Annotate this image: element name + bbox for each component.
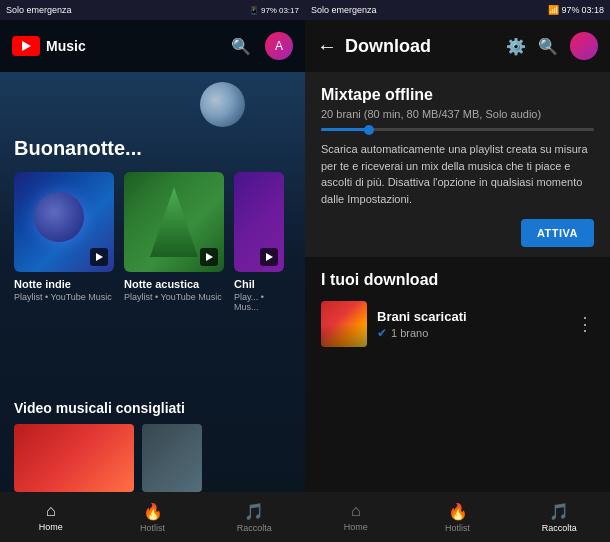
- avatar-left[interactable]: A: [265, 32, 293, 60]
- attiva-button[interactable]: ATTIVA: [521, 219, 594, 247]
- playlist-thumb-acustica: [124, 172, 224, 272]
- right-header-icons: ⚙️ 🔍: [506, 32, 598, 60]
- download-name: Brani scaricati: [377, 309, 566, 324]
- youtube-logo-icon: [12, 36, 40, 56]
- bottom-nav-right: ⌂ Home 🔥 Hotlist 🎵 Raccolta: [305, 492, 610, 542]
- yt-header-icons: 🔍 A: [231, 32, 293, 60]
- play-tri-indie: [96, 253, 103, 261]
- playlist-thumb-indie: [14, 172, 114, 272]
- play-tri-chill: [266, 253, 273, 261]
- nav-raccolta-left[interactable]: 🎵 Raccolta: [203, 492, 305, 542]
- playlist-sub-0: Playlist • YouTube Music: [14, 292, 114, 302]
- battery-left: 97%: [261, 6, 277, 15]
- search-icon-right[interactable]: 🔍: [538, 37, 558, 56]
- play-overlay-acustica: [200, 248, 218, 266]
- hotlist-label-right: Hotlist: [445, 523, 470, 533]
- download-info: Brani scaricati ✔ 1 brano: [377, 309, 566, 340]
- right-panel: Solo emergenza 📶 97% 03:18 ← Download ⚙️…: [305, 0, 610, 542]
- download-item[interactable]: Brani scaricati ✔ 1 brano ⋮: [321, 301, 594, 347]
- download-count: ✔ 1 brano: [377, 326, 566, 340]
- play-triangle: [22, 41, 31, 51]
- emergency-text-right: Solo emergenza: [311, 5, 377, 15]
- mixtape-title: Mixtape offline: [321, 86, 594, 104]
- play-tri-acustica: [206, 253, 213, 261]
- video-thumbs: [0, 424, 305, 492]
- downloads-section: I tuoi download Brani scaricati ✔ 1 bran…: [305, 257, 610, 347]
- playlist-name-2: Chil: [234, 278, 284, 290]
- progress-dot: [364, 125, 374, 135]
- playlist-name-1: Notte acustica: [124, 278, 224, 290]
- moon-decoration: [200, 82, 245, 127]
- mixtape-description: Scarica automaticamente una playlist cre…: [321, 141, 594, 207]
- emergency-text-left: Solo emergenza: [6, 5, 72, 15]
- video-section: Video musicali consigliati: [0, 400, 305, 492]
- nav-raccolta-right[interactable]: 🎵 Raccolta: [508, 492, 610, 542]
- status-bar-left: Solo emergenza 📱 97% 03:17: [0, 0, 305, 20]
- playlist-sub-1: Playlist • YouTube Music: [124, 292, 224, 302]
- downloads-title: I tuoi download: [321, 271, 594, 289]
- bottom-nav-left: ⌂ Home 🔥 Hotlist 🎵 Raccolta: [0, 492, 305, 542]
- playlist-card-chill[interactable]: Chil Play... • Mus...: [234, 172, 284, 312]
- download-thumb: [321, 301, 367, 347]
- home-icon-left: ⌂: [46, 502, 56, 520]
- check-icon: ✔: [377, 326, 387, 340]
- video-thumb-1[interactable]: [14, 424, 134, 492]
- progress-bar-fill: [321, 128, 370, 131]
- whatsapp-icon: 📱: [249, 6, 259, 15]
- app-name: Music: [46, 38, 86, 54]
- time-right: 03:18: [581, 5, 604, 15]
- playlist-card-indie[interactable]: Notte indie Playlist • YouTube Music: [14, 172, 114, 312]
- greeting-title: Buonanotte...: [14, 137, 142, 160]
- battery-right: 97%: [561, 5, 579, 15]
- nav-home-left[interactable]: ⌂ Home: [0, 492, 102, 542]
- time-left: 03:17: [279, 6, 299, 15]
- avatar-right[interactable]: [570, 32, 598, 60]
- status-bar-right: Solo emergenza 📶 97% 03:18: [305, 0, 610, 20]
- more-button[interactable]: ⋮: [576, 313, 594, 335]
- home-label-right: Home: [344, 522, 368, 532]
- mixtape-section: Mixtape offline 20 brani (80 min, 80 MB/…: [305, 72, 610, 257]
- home-label-left: Home: [39, 522, 63, 532]
- nav-hotlist-right[interactable]: 🔥 Hotlist: [407, 492, 509, 542]
- playlist-card-acustica[interactable]: Notte acustica Playlist • YouTube Music: [124, 172, 224, 312]
- yt-logo: Music: [12, 36, 86, 56]
- video-section-title: Video musicali consigliati: [0, 400, 305, 416]
- back-button[interactable]: ←: [317, 35, 337, 58]
- home-icon-right: ⌂: [351, 502, 361, 520]
- settings-icon[interactable]: ⚙️: [506, 37, 526, 56]
- hotlist-label-left: Hotlist: [140, 523, 165, 533]
- nav-hotlist-left[interactable]: 🔥 Hotlist: [102, 492, 204, 542]
- page-title: Download: [345, 36, 498, 57]
- mixtape-subtitle: 20 brani (80 min, 80 MB/437 MB, Solo aud…: [321, 108, 594, 120]
- raccolta-icon-left: 🎵: [244, 502, 264, 521]
- playlist-sub-2: Play... • Mus...: [234, 292, 284, 312]
- play-overlay-chill: [260, 248, 278, 266]
- playlist-section: Notte indie Playlist • YouTube Music Not…: [0, 172, 305, 312]
- hotlist-icon-left: 🔥: [143, 502, 163, 521]
- download-count-text: 1 brano: [391, 327, 428, 339]
- nav-home-right[interactable]: ⌂ Home: [305, 492, 407, 542]
- status-icons-left: 📱 97% 03:17: [249, 6, 299, 15]
- play-overlay-indie: [90, 248, 108, 266]
- raccolta-label-left: Raccolta: [237, 523, 272, 533]
- left-panel: Solo emergenza 📱 97% 03:17 Music 🔍 A Buo…: [0, 0, 305, 542]
- search-icon-left[interactable]: 🔍: [231, 37, 251, 56]
- status-icons-right: 📶 97% 03:18: [548, 5, 604, 15]
- hero-section: Buonanotte... Notte indie Playlist • You…: [0, 72, 305, 542]
- playlist-name-0: Notte indie: [14, 278, 114, 290]
- right-header: ← Download ⚙️ 🔍: [305, 20, 610, 72]
- hotlist-icon-right: 🔥: [448, 502, 468, 521]
- video-thumb-2[interactable]: [142, 424, 202, 492]
- raccolta-label-right: Raccolta: [542, 523, 577, 533]
- signal-icon: 📶: [548, 5, 559, 15]
- raccolta-icon-right: 🎵: [549, 502, 569, 521]
- yt-header: Music 🔍 A: [0, 20, 305, 72]
- playlist-thumb-chill: [234, 172, 284, 272]
- progress-bar-container: [321, 128, 594, 131]
